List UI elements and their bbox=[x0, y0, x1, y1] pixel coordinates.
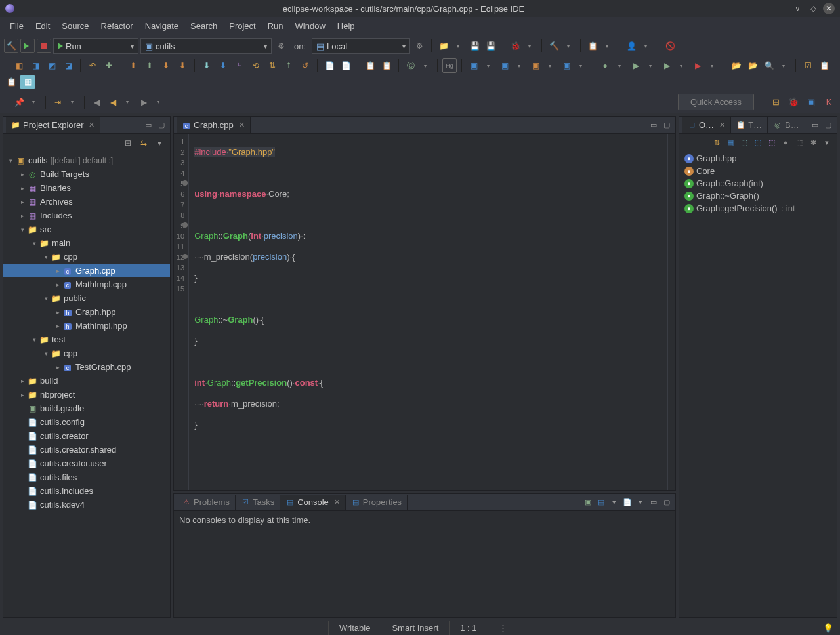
c-perspective[interactable]: ▣ bbox=[804, 95, 818, 110]
close-tab-icon[interactable]: ✕ bbox=[89, 121, 94, 129]
tb2-g3[interactable]: ▶ bbox=[660, 58, 674, 73]
new-dropdown[interactable]: ▾ bbox=[451, 39, 465, 53]
tb2-hg[interactable]: Hg bbox=[442, 58, 457, 73]
tip-icon[interactable]: 💡 bbox=[823, 623, 833, 633]
close-tab-icon[interactable]: ✕ bbox=[239, 121, 245, 129]
build-button[interactable]: 🔨 bbox=[4, 39, 18, 53]
tb2-down[interactable]: ⬆ bbox=[142, 58, 157, 73]
console-tab[interactable]: ▤Console✕ bbox=[280, 495, 346, 510]
tb2-reset[interactable]: ↺ bbox=[298, 58, 312, 73]
tb2-t4[interactable]: ▦ bbox=[20, 75, 35, 89]
minimize-button[interactable]: ∨ bbox=[791, 3, 803, 14]
tb2-t3[interactable]: 📋 bbox=[4, 75, 18, 89]
ol-f3[interactable]: ⬚ bbox=[752, 136, 764, 148]
close-tab-icon[interactable]: ✕ bbox=[719, 121, 725, 129]
tb2-t2[interactable]: 📋 bbox=[817, 58, 831, 73]
menu-source[interactable]: Source bbox=[56, 18, 94, 33]
tb2-branch[interactable]: ⑂ bbox=[232, 58, 247, 73]
close-button[interactable]: ✕ bbox=[823, 3, 835, 14]
debug-dropdown[interactable]: ▾ bbox=[522, 39, 537, 53]
tb2-f3[interactable]: 📋 bbox=[363, 58, 377, 73]
tree-item[interactable]: ▾📁main bbox=[3, 236, 170, 250]
ol-menu[interactable]: ▾ bbox=[821, 136, 833, 148]
tb3-nav[interactable]: ⇥ bbox=[51, 95, 65, 110]
tree-item[interactable]: ▸📁build bbox=[3, 374, 170, 388]
project-explorer-tab[interactable]: 📁 Project Explorer ✕ bbox=[6, 117, 100, 133]
tb2-fetch[interactable]: ⬇ bbox=[216, 58, 230, 73]
link-editor-button[interactable]: ⇆ bbox=[137, 136, 150, 150]
menu-help[interactable]: Help bbox=[331, 18, 361, 33]
tb2-b3[interactable]: ▣ bbox=[528, 58, 543, 73]
editor-body[interactable]: 123456789101112131415 #include·"Graph.hp… bbox=[174, 134, 675, 490]
launch-config-combo[interactable]: Run bbox=[53, 38, 138, 54]
console-pin-button[interactable]: ▣ bbox=[582, 497, 594, 508]
tb2-commit[interactable]: ⬇ bbox=[159, 58, 173, 73]
tb2-f2[interactable]: 📄 bbox=[339, 58, 353, 73]
project-tree[interactable]: ▾▣cutils[[default] default :]▸◎Build Tar… bbox=[3, 152, 170, 617]
menu-run[interactable]: Run bbox=[262, 18, 289, 33]
tree-item[interactable]: 📄cutils.kdev4 bbox=[3, 498, 170, 512]
editor-gutter[interactable]: 123456789101112131415 bbox=[174, 134, 189, 490]
console-new-button[interactable]: 📄 bbox=[621, 497, 633, 508]
tb2-1[interactable]: ◧ bbox=[12, 58, 26, 73]
profile-button[interactable]: 👤 bbox=[624, 39, 639, 53]
new-button[interactable]: 📁 bbox=[436, 39, 451, 53]
console-body[interactable]: No consoles to display at this time. bbox=[174, 511, 675, 617]
tb2-3[interactable]: ◩ bbox=[45, 58, 59, 73]
tree-item[interactable]: 📄cutils.creator.shared bbox=[3, 443, 170, 457]
tb3-back[interactable]: ◀ bbox=[89, 95, 104, 110]
project-combo[interactable]: ▣cutils bbox=[140, 38, 272, 54]
tree-item[interactable]: 📄cutils.includes bbox=[3, 484, 170, 498]
tb2-redo[interactable]: ✚ bbox=[102, 58, 116, 73]
open-perspective-button[interactable]: ⊞ bbox=[768, 95, 783, 110]
tb3-back2[interactable]: ◀ bbox=[106, 95, 120, 110]
properties-tab[interactable]: ▤Properties bbox=[346, 495, 408, 510]
tb2-pull[interactable]: ⬇ bbox=[200, 58, 214, 73]
maximize-outline-button[interactable]: ▢ bbox=[822, 119, 834, 131]
tb2-class[interactable]: Ⓒ bbox=[404, 58, 418, 73]
tree-item[interactable]: ▸▦Binaries bbox=[3, 181, 170, 195]
tree-item[interactable]: ▾📁cpp bbox=[3, 250, 170, 264]
maximize-editor-button[interactable]: ▢ bbox=[661, 119, 673, 131]
tb2-b1[interactable]: ▣ bbox=[467, 58, 481, 73]
tree-item[interactable]: 📄cutils.creator bbox=[3, 429, 170, 443]
tb2-4[interactable]: ◪ bbox=[61, 58, 75, 73]
tb2-2[interactable]: ◨ bbox=[28, 58, 43, 73]
tree-item[interactable]: ▸TestGraph.cpp bbox=[3, 360, 170, 374]
outline-item[interactable]: ●Graph::~Graph() bbox=[682, 190, 834, 202]
tree-item[interactable]: 📄cutils.creator.user bbox=[3, 457, 170, 470]
outline-item[interactable]: ●Graph::getPrecision(): int bbox=[682, 202, 834, 215]
tb2-f4[interactable]: 📋 bbox=[379, 58, 394, 73]
menu-search[interactable]: Search bbox=[184, 18, 223, 33]
search2-dropdown[interactable]: ▾ bbox=[600, 39, 614, 53]
ol-f2[interactable]: ⬚ bbox=[738, 136, 750, 148]
ol-f1[interactable]: ▤ bbox=[724, 136, 736, 148]
collapse-all-button[interactable]: ⊟ bbox=[121, 136, 135, 150]
tree-item[interactable]: ▾📁test bbox=[3, 333, 170, 346]
tb2-fold2[interactable]: 📂 bbox=[746, 58, 760, 73]
tree-project-root[interactable]: ▾▣cutils[[default] default :] bbox=[3, 154, 170, 167]
tree-item[interactable]: ▸MathImpl.cpp bbox=[3, 277, 170, 291]
tree-item[interactable]: ▸📁nbproject bbox=[3, 388, 170, 401]
problems-tab[interactable]: ⚠Problems bbox=[177, 495, 236, 510]
ol-f7[interactable]: ✱ bbox=[807, 136, 819, 148]
tb2-fold1[interactable]: 📂 bbox=[729, 58, 744, 73]
stop-button[interactable] bbox=[37, 39, 51, 53]
buildtargets-tab[interactable]: ◎B… bbox=[768, 117, 805, 133]
console-display-button[interactable]: ▤ bbox=[595, 497, 607, 508]
quick-access[interactable]: Quick Access bbox=[678, 94, 754, 110]
menu-project[interactable]: Project bbox=[223, 18, 261, 33]
outline-tab[interactable]: ⊟O…✕ bbox=[682, 117, 731, 133]
minimize-editor-button[interactable]: ▭ bbox=[648, 119, 660, 131]
outline-item[interactable]: ●Core bbox=[682, 165, 834, 177]
minimize-view-button[interactable]: ▭ bbox=[142, 119, 154, 131]
hammer-button[interactable]: 🔨 bbox=[547, 39, 561, 53]
debug-perspective[interactable]: 🐞 bbox=[786, 95, 801, 110]
tb2-push[interactable]: ⬇ bbox=[175, 58, 190, 73]
tree-item[interactable]: 📄cutils.config bbox=[3, 415, 170, 429]
tb2-undo[interactable]: ↶ bbox=[85, 58, 100, 73]
tb2-up[interactable]: ⬆ bbox=[126, 58, 140, 73]
menu-file[interactable]: File bbox=[4, 18, 30, 33]
tb2-g2[interactable]: ▶ bbox=[629, 58, 643, 73]
tree-item[interactable]: ▸▦Includes bbox=[3, 209, 170, 222]
